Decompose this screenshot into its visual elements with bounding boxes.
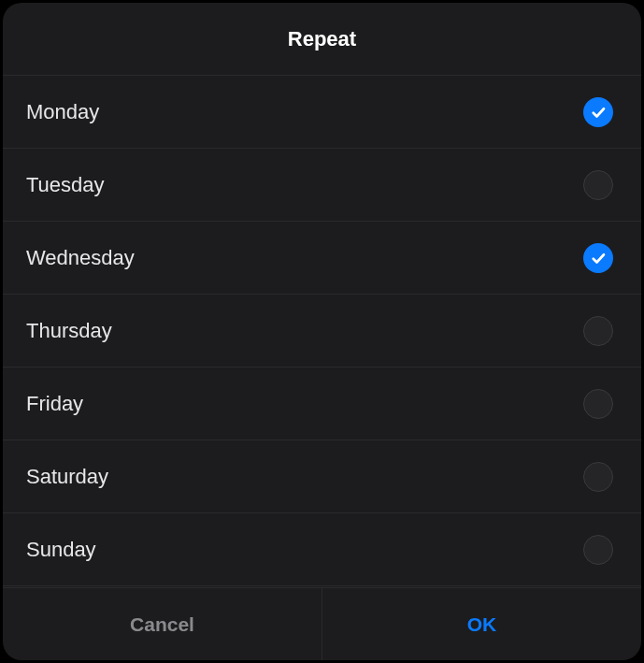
check-icon — [590, 104, 607, 121]
repeat-dialog: Repeat Monday Tuesday Wednesday Thursday… — [3, 3, 641, 660]
cancel-button[interactable]: Cancel — [3, 588, 322, 660]
dialog-footer: Cancel OK — [3, 587, 641, 660]
checkbox-monday[interactable] — [583, 97, 613, 127]
day-row-thursday[interactable]: Thursday — [3, 295, 641, 368]
day-label: Sunday — [26, 538, 96, 562]
day-row-tuesday[interactable]: Tuesday — [3, 149, 641, 222]
checkbox-sunday[interactable] — [583, 535, 613, 565]
day-label: Friday — [26, 392, 83, 416]
day-row-wednesday[interactable]: Wednesday — [3, 222, 641, 295]
check-icon — [590, 250, 607, 267]
checkbox-friday[interactable] — [583, 389, 613, 419]
dialog-header: Repeat — [3, 3, 641, 76]
day-label: Monday — [26, 100, 99, 124]
day-row-friday[interactable]: Friday — [3, 368, 641, 440]
checkbox-saturday[interactable] — [583, 462, 613, 492]
day-label: Tuesday — [26, 173, 105, 197]
day-list: Monday Tuesday Wednesday Thursday Friday… — [3, 76, 641, 587]
checkbox-wednesday[interactable] — [583, 243, 613, 273]
ok-button[interactable]: OK — [322, 588, 641, 660]
checkbox-tuesday[interactable] — [583, 170, 613, 200]
day-label: Thursday — [26, 319, 112, 343]
checkbox-thursday[interactable] — [583, 316, 613, 346]
day-row-sunday[interactable]: Sunday — [3, 513, 641, 586]
day-row-monday[interactable]: Monday — [3, 76, 641, 149]
day-row-saturday[interactable]: Saturday — [3, 440, 641, 513]
day-label: Saturday — [26, 465, 108, 489]
dialog-title: Repeat — [288, 27, 356, 51]
day-label: Wednesday — [26, 246, 135, 270]
